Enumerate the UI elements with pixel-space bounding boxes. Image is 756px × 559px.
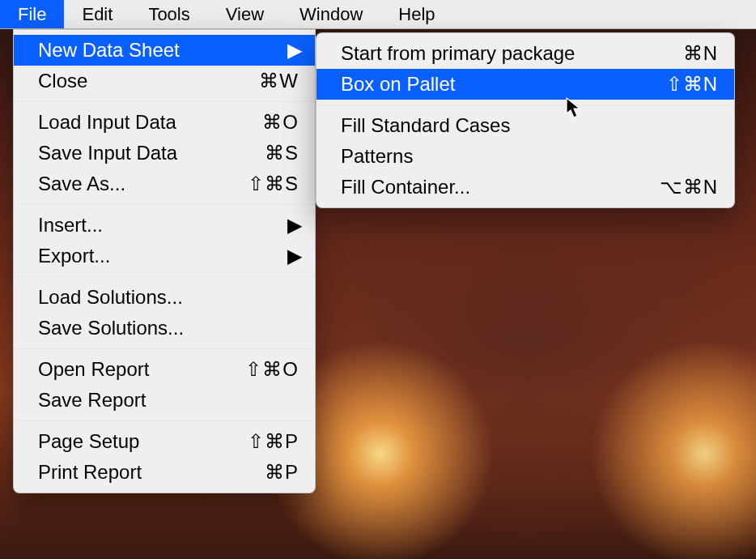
menu-item-label: Save Input Data (38, 142, 265, 164)
menu-item-shortcut: ⇧⌘N (666, 73, 718, 96)
menu-item-label: New Data Sheet (38, 39, 287, 62)
menu-item-label: Start from primary package (341, 42, 683, 65)
menubar-label: View (226, 4, 264, 25)
menu-item-save-solutions[interactable]: Save Solutions... (14, 313, 315, 344)
menu-item-label: Print Report (38, 461, 265, 484)
menu-item-label: Load Input Data (38, 111, 262, 134)
menu-item-label: Open Report (38, 358, 245, 381)
menu-item-label: Close (38, 70, 259, 92)
menu-item-label: Box on Pallet (341, 73, 666, 96)
menu-item-shortcut: ⌘P (265, 461, 299, 484)
menu-item-load-solutions[interactable]: Load Solutions... (14, 282, 315, 313)
menubar-label: Window (299, 4, 363, 25)
menu-item-export[interactable]: Export... ▶ (14, 241, 315, 271)
menubar-item-tools[interactable]: Tools (130, 0, 207, 28)
menu-item-label: Page Setup (38, 430, 248, 453)
menu-item-print-report[interactable]: Print Report ⌘P (14, 457, 315, 488)
menu-item-label: Insert... (38, 214, 287, 237)
menu-separator (14, 276, 315, 277)
menu-item-label: Save Report (38, 389, 299, 412)
menubar-item-window[interactable]: Window (282, 0, 380, 28)
menu-item-save-report[interactable]: Save Report (14, 385, 315, 416)
submenu-item-fill-standard-cases[interactable]: Fill Standard Cases (316, 110, 734, 141)
menu-item-label: Save As... (38, 173, 248, 195)
menubar-label: Tools (148, 4, 189, 25)
menu-item-shortcut: ⌘O (262, 111, 299, 134)
menu-item-save-input-data[interactable]: Save Input Data ⌘S (14, 138, 315, 169)
menu-item-open-report[interactable]: Open Report ⇧⌘O (14, 354, 315, 385)
menubar-label: File (18, 4, 46, 25)
menu-item-close[interactable]: Close ⌘W (14, 66, 315, 96)
menu-item-label: Patterns (341, 145, 718, 168)
menubar-item-help[interactable]: Help (380, 0, 452, 28)
submenu-item-patterns[interactable]: Patterns (316, 141, 734, 172)
menu-item-new-data-sheet[interactable]: New Data Sheet ▶ (14, 35, 315, 66)
new-data-sheet-submenu: Start from primary package ⌘N Box on Pal… (316, 32, 735, 208)
submenu-item-fill-container[interactable]: Fill Container... ⌥⌘N (316, 172, 734, 203)
menu-separator (14, 348, 315, 349)
menu-item-shortcut: ⇧⌘S (248, 173, 299, 195)
menu-item-shortcut: ⇧⌘P (248, 430, 299, 453)
menu-item-label: Save Solutions... (38, 317, 299, 339)
menubar-label: Edit (82, 4, 113, 25)
menu-item-label: Fill Standard Cases (341, 114, 718, 137)
submenu-item-start-from-primary-package[interactable]: Start from primary package ⌘N (316, 38, 734, 69)
submenu-arrow-icon: ▶ (287, 245, 299, 267)
menu-item-label: Load Solutions... (38, 286, 299, 309)
menu-item-shortcut: ⌘N (683, 42, 718, 65)
submenu-arrow-icon: ▶ (287, 39, 299, 62)
menu-item-label: Fill Container... (341, 176, 660, 198)
menubar-item-edit[interactable]: Edit (64, 0, 130, 28)
menu-item-save-as[interactable]: Save As... ⇧⌘S (14, 169, 315, 199)
submenu-arrow-icon: ▶ (287, 214, 299, 237)
menubar-label: Help (398, 4, 435, 25)
menu-item-insert[interactable]: Insert... ▶ (14, 210, 315, 241)
submenu-item-box-on-pallet[interactable]: Box on Pallet ⇧⌘N (316, 69, 734, 100)
menu-item-shortcut: ⌘W (259, 70, 299, 92)
menubar-item-file[interactable]: File (0, 0, 64, 28)
menu-item-label: Export... (38, 245, 287, 267)
menu-separator (14, 204, 315, 205)
menu-item-shortcut: ⌥⌘N (660, 176, 718, 198)
menubar-item-view[interactable]: View (208, 0, 282, 28)
menubar: File Edit Tools View Window Help (0, 0, 756, 29)
file-menu: New Data Sheet ▶ Close ⌘W Load Input Dat… (13, 29, 316, 493)
menu-item-shortcut: ⇧⌘O (245, 358, 299, 381)
menu-item-page-setup[interactable]: Page Setup ⇧⌘P (14, 426, 315, 457)
menu-separator (14, 101, 315, 102)
menu-separator (14, 420, 315, 421)
menu-item-shortcut: ⌘S (265, 142, 299, 164)
menu-separator (316, 105, 734, 105)
menu-item-load-input-data[interactable]: Load Input Data ⌘O (14, 107, 315, 138)
